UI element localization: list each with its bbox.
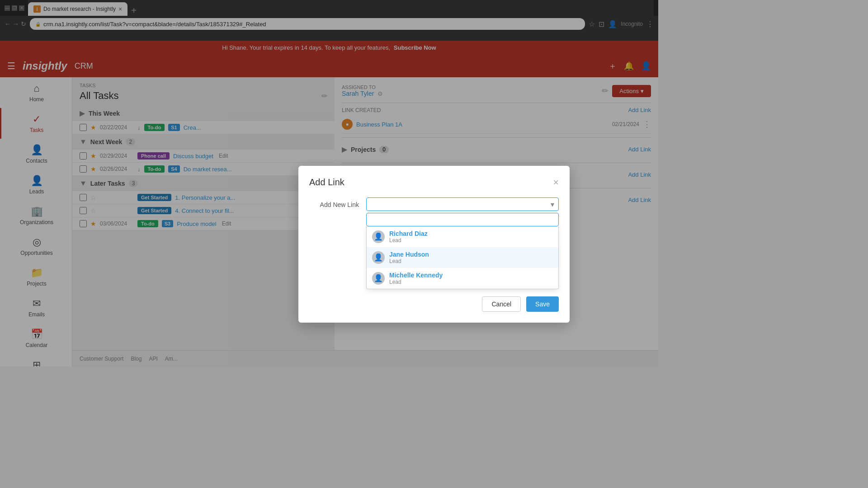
dropdown-item-type: Lead: [389, 237, 428, 244]
dropdown-item-info: Michelle Kennedy Lead: [389, 272, 443, 285]
modal-actions: Cancel Save: [309, 296, 559, 312]
dropdown-item-richard-diaz[interactable]: 👤 Richard Diaz Lead: [367, 226, 558, 247]
dropdown-item-icon: 👤: [372, 251, 385, 264]
dropdown-search-input[interactable]: [366, 213, 559, 226]
dropdown-area: ▾ 👤 Richard Diaz Lead: [366, 197, 559, 289]
dropdown-item-type: Lead: [389, 258, 429, 264]
dropdown-item-type: Lead: [389, 279, 443, 285]
dropdown-results: 👤 Richard Diaz Lead 👤: [366, 226, 559, 289]
app-wrapper: ☰ insightly CRM ＋ 🔔 👤 ⌂ Home ✓ Tasks 👤 C…: [0, 55, 658, 366]
dropdown-select-wrapper: ▾: [366, 197, 559, 211]
dropdown-item-jane-hudson[interactable]: 👤 Jane Hudson Lead: [367, 247, 558, 268]
modal-overlay: Add Link × Add New Link ▾: [0, 0, 658, 369]
modal-close-btn[interactable]: ×: [553, 177, 559, 188]
save-button[interactable]: Save: [526, 296, 559, 312]
dropdown-item-icon: 👤: [372, 272, 385, 285]
dropdown-item-name: Michelle Kennedy: [389, 272, 443, 279]
modal-title: Add Link: [309, 177, 344, 188]
modal-header: Add Link ×: [309, 177, 559, 188]
dropdown-item-info: Richard Diaz Lead: [389, 230, 428, 244]
modal-row: Add New Link ▾ 👤: [309, 197, 559, 289]
cancel-button[interactable]: Cancel: [482, 296, 521, 312]
dropdown-item-info: Jane Hudson Lead: [389, 251, 429, 264]
dropdown-item-icon: 👤: [372, 230, 385, 243]
dropdown-item-michelle-kennedy[interactable]: 👤 Michelle Kennedy Lead: [367, 268, 558, 289]
link-type-select[interactable]: [366, 197, 559, 211]
dropdown-item-name: Jane Hudson: [389, 251, 429, 258]
dropdown-item-name: Richard Diaz: [389, 230, 428, 237]
add-link-modal: Add Link × Add New Link ▾: [298, 166, 570, 323]
add-new-link-label: Add New Link: [309, 197, 359, 208]
